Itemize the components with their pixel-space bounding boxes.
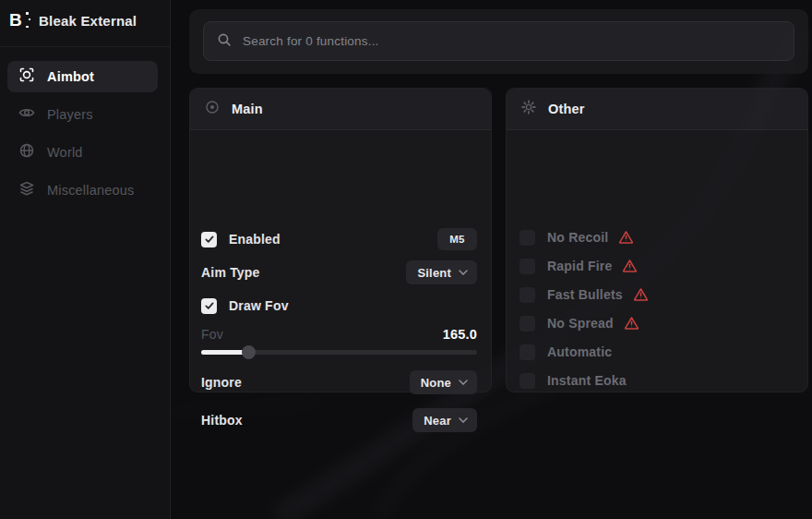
enabled-checkbox[interactable] <box>201 232 217 247</box>
toggle-label: No Spread <box>547 316 614 331</box>
fov-slider-handle[interactable] <box>242 345 256 359</box>
hitbox-label: Hitbox <box>201 413 243 428</box>
instant-eoka-checkbox[interactable] <box>519 373 535 389</box>
ignore-label: Ignore <box>201 375 242 390</box>
other-panel-header: Other <box>507 89 807 130</box>
crosshair-icon <box>18 66 35 87</box>
hitbox-value: Near <box>424 414 451 428</box>
chevron-down-icon <box>459 270 468 275</box>
sidebar-separator <box>0 46 171 47</box>
warning-icon <box>622 259 638 273</box>
enabled-row: Enabled M5 <box>190 228 491 250</box>
check-icon <box>204 300 215 311</box>
draw-fov-row: Draw Fov <box>190 295 491 317</box>
search-icon <box>217 32 232 51</box>
main-panel-header: Main <box>190 89 491 130</box>
fov-slider[interactable] <box>201 350 477 355</box>
sidebar: B Bleak External Aimbot <box>0 0 171 519</box>
sidebar-item-label: Aimbot <box>47 69 94 84</box>
sidebar-item-label: Players <box>47 107 93 122</box>
toggle-label: Rapid Fire <box>547 259 612 273</box>
search-placeholder: Search for 0 functions... <box>243 34 379 48</box>
toggle-row-automatic: Automatic <box>519 344 794 360</box>
ignore-row: Ignore None <box>190 370 491 394</box>
no-spread-checkbox[interactable] <box>519 316 535 332</box>
check-icon <box>204 234 215 245</box>
ignore-dropdown[interactable]: None <box>410 370 477 394</box>
sidebar-item-players[interactable]: Players <box>7 99 158 130</box>
aim-type-row: Aim Type Silent <box>190 260 491 284</box>
fov-label: Fov <box>201 327 223 342</box>
gear-icon <box>521 100 536 118</box>
sidebar-item-miscellaneous[interactable]: Miscellaneous <box>7 175 158 206</box>
layers-icon <box>18 180 35 200</box>
sidebar-item-aimbot[interactable]: Aimbot <box>7 61 158 92</box>
keybind-button[interactable]: M5 <box>437 228 477 250</box>
fov-row: Fov 165.0 <box>190 326 491 343</box>
hitbox-dropdown[interactable]: Near <box>412 408 477 432</box>
hitbox-row: Hitbox Near <box>190 408 491 432</box>
panel-title: Main <box>232 102 263 116</box>
warning-icon <box>624 316 639 331</box>
rapid-fire-checkbox[interactable] <box>519 259 535 274</box>
aim-type-value: Silent <box>417 266 451 280</box>
fov-value: 165.0 <box>443 327 477 342</box>
other-panel: Other No Recoil Rapid Fire Fast Bullets <box>506 88 808 392</box>
chevron-down-icon <box>459 380 468 385</box>
toggle-row-no-recoil: No Recoil <box>519 229 794 246</box>
toggle-label: Automatic <box>547 344 612 359</box>
toggle-row-rapid-fire: Rapid Fire <box>519 258 794 274</box>
toggle-row-instant-eoka: Instant Eoka <box>519 372 794 389</box>
ignore-value: None <box>421 376 451 390</box>
toggle-label: Fast Bullets <box>547 287 623 302</box>
panel-title: Other <box>548 102 585 116</box>
app-logo-icon: B <box>9 10 30 30</box>
draw-fov-checkbox[interactable] <box>201 298 217 314</box>
fast-bullets-checkbox[interactable] <box>519 287 535 303</box>
sidebar-item-world[interactable]: World <box>7 137 158 168</box>
toggle-label: No Recoil <box>547 230 608 245</box>
draw-fov-label: Draw Fov <box>229 298 289 313</box>
main-panel: Main Enabled M5 Aim Type Silent Draw Fov <box>189 88 492 392</box>
enabled-label: Enabled <box>229 232 281 247</box>
toggle-row-fast-bullets: Fast Bullets <box>519 286 794 303</box>
search-input[interactable]: Search for 0 functions... <box>203 21 794 61</box>
eye-icon <box>18 104 35 125</box>
aim-type-dropdown[interactable]: Silent <box>406 260 477 284</box>
app-title: Bleak External <box>39 13 137 29</box>
globe-icon <box>18 142 35 163</box>
aim-type-label: Aim Type <box>201 265 260 280</box>
search-container: Search for 0 functions... <box>189 9 808 74</box>
no-recoil-checkbox[interactable] <box>519 230 535 246</box>
sidebar-item-label: Miscellaneous <box>47 183 134 198</box>
toggle-label: Instant Eoka <box>547 373 627 388</box>
sidebar-item-label: World <box>47 145 83 160</box>
other-rows: No Recoil Rapid Fire Fast Bullets <box>507 229 807 389</box>
content-area: Search for 0 functions... Main Enabled M… <box>171 0 812 519</box>
target-icon <box>205 100 220 118</box>
warning-icon <box>618 230 634 245</box>
warning-icon <box>633 287 649 302</box>
chevron-down-icon <box>459 417 468 423</box>
toggle-row-no-spread: No Spread <box>519 315 794 332</box>
app-logo-row: B Bleak External <box>9 9 137 31</box>
automatic-checkbox[interactable] <box>519 344 535 360</box>
sidebar-nav: Aimbot Players World <box>7 61 158 206</box>
